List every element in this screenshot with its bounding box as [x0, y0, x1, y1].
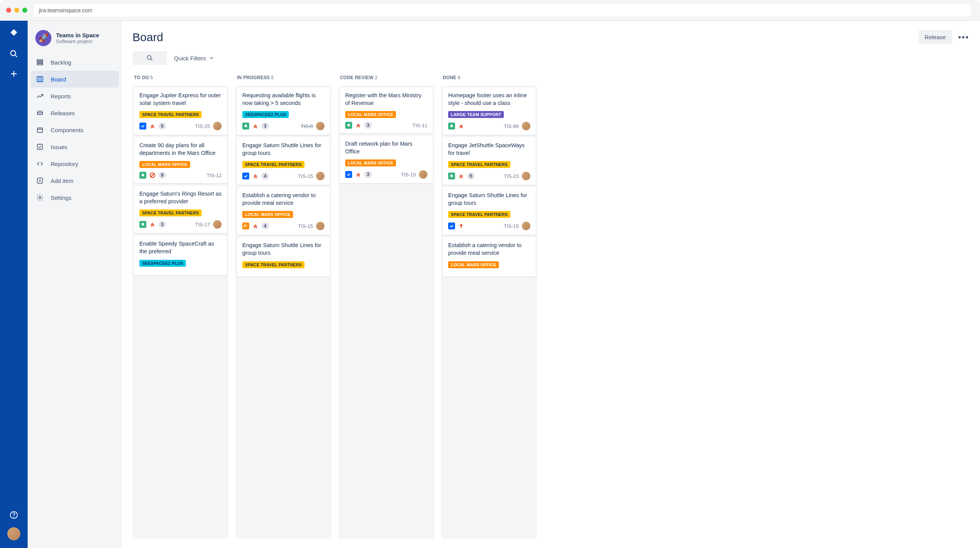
issue-card[interactable]: Establish a catering vendor to provide m… — [237, 187, 330, 235]
sidebar-item-backlog[interactable]: Backlog — [31, 54, 119, 71]
card-title: Engage Saturn Shuttle Lines for group to… — [242, 142, 324, 157]
column-body[interactable]: Engage Jupiter Express for outer solar s… — [132, 86, 228, 539]
card-footer: 5 TIS-25 — [139, 122, 222, 130]
story-type-icon — [139, 221, 146, 228]
card-footer: 3 TIS-11 — [345, 122, 427, 129]
sidebar-item-label: Backlog — [51, 59, 71, 66]
column-body[interactable]: Requesting available flights is now taki… — [235, 86, 331, 539]
svg-line-26 — [151, 174, 154, 177]
settings-icon — [36, 194, 44, 201]
card-footer: 5 TIS-23 — [448, 172, 530, 180]
quick-filters-dropdown[interactable]: Quick Filters — [174, 55, 214, 61]
priority-highest-icon — [252, 173, 258, 179]
svg-rect-9 — [37, 76, 43, 81]
column-body[interactable]: Register with the Mars Ministry of Reven… — [338, 86, 434, 539]
issue-card[interactable]: Engage Saturn Shuttle Lines for group to… — [237, 137, 330, 185]
story-type-icon — [345, 122, 352, 129]
board-toolbar: Quick Filters — [132, 51, 969, 65]
card-label: LOCAL MARS OFFICE — [345, 159, 396, 166]
sidebar-item-releases[interactable]: Releases — [31, 105, 119, 121]
board-search[interactable] — [132, 51, 167, 65]
column-count: 8 — [458, 75, 460, 80]
issue-card[interactable]: Homepage footer uses an inline style - s… — [443, 87, 536, 135]
project-header[interactable]: 🚀 Teams in Space Software project — [31, 30, 119, 54]
story-points: 3 — [262, 123, 269, 130]
story-points: 5 — [467, 173, 475, 179]
sidebar-item-board[interactable]: Board — [31, 71, 119, 88]
card-label: SPACE TRAVEL PARTNERS — [448, 161, 510, 168]
card-label: SPACE TRAVEL PARTNERS — [139, 111, 202, 118]
card-title: Engage Jupiter Express for outer solar s… — [139, 92, 222, 107]
issue-card[interactable]: Establish a catering vendor to provide m… — [443, 237, 536, 276]
sidebar-item-add-item[interactable]: Add item — [31, 172, 119, 189]
issue-key: TIS-11 — [412, 123, 427, 128]
url-bar[interactable]: jira.teamsinspace.com — [33, 4, 971, 17]
assignee-avatar[interactable] — [522, 222, 530, 230]
card-title: Enable Speedy SpaceCraft as the preferre… — [139, 240, 222, 255]
project-type: Software project — [56, 38, 99, 44]
issue-key: TIS-17 — [195, 222, 210, 228]
release-button[interactable]: Release — [919, 30, 952, 44]
priority-highest-icon — [355, 171, 361, 178]
issue-card[interactable]: Engage Saturn Shuttle Lines for group to… — [443, 187, 536, 235]
story-points: 3 — [364, 171, 372, 178]
task-type-icon — [448, 223, 455, 229]
card-footer: 4 TIS-15 — [242, 172, 324, 180]
svg-rect-7 — [37, 61, 43, 63]
assignee-avatar[interactable] — [213, 220, 222, 229]
search-icon[interactable] — [8, 48, 19, 59]
sidebar-item-reports[interactable]: Reports — [31, 88, 119, 105]
issue-card[interactable]: Create 90 day plans for all departments … — [134, 137, 227, 183]
issue-card[interactable]: Engage Saturn's Rings Resort as a prefer… — [134, 186, 227, 233]
assignee-avatar[interactable] — [522, 172, 530, 180]
priority-highest-icon — [149, 221, 156, 228]
issue-card[interactable]: Engage JetShuttle SpaceWays for travelSP… — [443, 137, 536, 185]
card-footer: TIS-68 — [448, 122, 530, 130]
column-body[interactable]: Homepage footer uses an inline style - s… — [441, 86, 537, 539]
sidebar-item-label: Add item — [51, 178, 73, 184]
maximize-window-icon[interactable] — [22, 8, 27, 13]
issue-card[interactable]: Requesting available flights is now taki… — [237, 87, 330, 135]
card-title: Engage Saturn Shuttle Lines for group to… — [448, 192, 530, 207]
user-avatar[interactable] — [7, 527, 20, 540]
issue-key: TIS-8 — [301, 123, 313, 129]
card-label: SPACE TRAVEL PARTNERS — [242, 161, 305, 168]
issue-card[interactable]: Engage Saturn Shuttle Lines for group to… — [237, 237, 330, 276]
card-footer: 9 TIS-12 — [139, 172, 222, 179]
sidebar-item-issues[interactable]: Issues — [31, 138, 119, 155]
issue-card[interactable]: Register with the Mars Ministry of Reven… — [340, 87, 433, 133]
svg-point-0 — [11, 51, 16, 56]
create-icon[interactable] — [8, 68, 19, 79]
card-title: Create 90 day plans for all departments … — [139, 142, 222, 157]
assignee-avatar[interactable] — [316, 122, 324, 130]
column-in-progress: IN PROGRESS 5Requesting available flight… — [235, 73, 331, 539]
sidebar-item-components[interactable]: Components — [31, 121, 119, 138]
sidebar-item-repository[interactable]: Repository — [31, 155, 119, 172]
story-points: 4 — [262, 223, 269, 229]
svg-line-1 — [15, 55, 17, 57]
help-icon[interactable] — [8, 510, 19, 520]
more-actions-icon[interactable]: ••• — [958, 32, 969, 42]
issue-key: TIS-25 — [195, 123, 210, 129]
issue-card[interactable]: Enable Speedy SpaceCraft as the preferre… — [134, 236, 227, 275]
assignee-avatar[interactable] — [316, 172, 324, 180]
assignee-avatar[interactable] — [213, 122, 222, 130]
story-type-icon — [448, 123, 455, 130]
svg-rect-6 — [37, 60, 43, 61]
priority-highest-icon — [355, 122, 361, 128]
task-type-icon — [242, 173, 249, 179]
issue-key: TIS-68 — [504, 123, 519, 129]
assignee-avatar[interactable] — [316, 222, 324, 230]
svg-rect-18 — [37, 144, 42, 149]
close-window-icon[interactable] — [6, 8, 11, 13]
card-footer: TIS-15 — [448, 222, 530, 230]
assignee-avatar[interactable] — [522, 122, 530, 130]
issue-card[interactable]: Engage Jupiter Express for outer solar s… — [134, 87, 227, 135]
jira-logo-icon[interactable] — [8, 28, 19, 39]
column-header: IN PROGRESS 5 — [235, 73, 331, 86]
assignee-avatar[interactable] — [419, 170, 427, 179]
minimize-window-icon[interactable] — [14, 8, 19, 13]
components-icon — [36, 126, 44, 134]
sidebar-item-settings[interactable]: Settings — [31, 189, 119, 206]
issue-card[interactable]: Draft network plan for Mars OfficeLOCAL … — [340, 136, 433, 183]
